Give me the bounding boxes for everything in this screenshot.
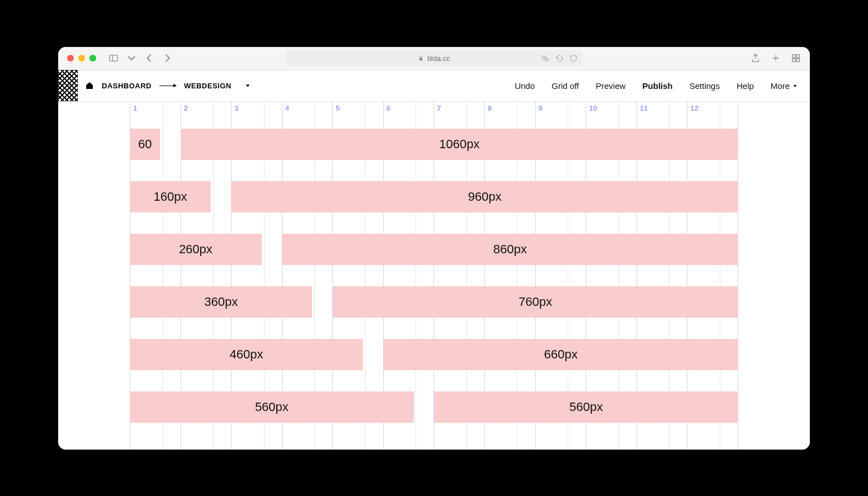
grid-row-gap (363, 339, 383, 370)
grid-container: 123456789101112 601060px160px960px260px8… (130, 102, 738, 450)
svg-rect-6 (792, 55, 795, 58)
grid-row-gap (312, 286, 332, 318)
window-controls (67, 55, 96, 62)
grid-row: 560px560px (130, 391, 738, 423)
grid-block-right[interactable]: 660px (383, 339, 738, 370)
breadcrumb-dropdown-icon[interactable] (245, 82, 251, 90)
svg-rect-7 (796, 55, 799, 58)
fullscreen-window-button[interactable] (89, 55, 96, 62)
grid-block-right[interactable]: 1060px (181, 129, 738, 160)
translate-icon[interactable] (541, 54, 550, 63)
tab-overview-icon[interactable] (791, 53, 801, 63)
grid-row: 360px760px (130, 286, 738, 318)
grid-block-right[interactable]: 960px (231, 181, 738, 212)
more-label: More (771, 81, 790, 91)
url-right-icons (541, 54, 578, 63)
url-text: tilda.cc (427, 54, 450, 63)
grid-row: 160px960px (130, 181, 738, 212)
minimize-window-button[interactable] (78, 55, 85, 62)
app-header: DASHBOARD WEBDESIGN Undo Grid off Previe… (58, 70, 810, 102)
preview-button[interactable]: Preview (596, 81, 625, 91)
grid-block-left[interactable]: 260px (130, 234, 262, 265)
grid-block-left[interactable]: 360px (130, 286, 312, 318)
svg-marker-10 (246, 84, 249, 87)
new-tab-icon[interactable] (771, 53, 781, 63)
grid-row: 460px660px (130, 339, 738, 370)
chevron-down-icon (792, 83, 798, 88)
sidebar-toggle-icon[interactable] (108, 53, 119, 63)
svg-rect-2 (542, 56, 545, 59)
home-icon[interactable] (85, 81, 94, 90)
undo-button[interactable]: Undo (515, 81, 535, 91)
grid-row-gap (262, 234, 282, 265)
settings-button[interactable]: Settings (690, 81, 720, 91)
breadcrumb-root[interactable]: DASHBOARD (102, 82, 152, 90)
svg-marker-11 (794, 85, 797, 87)
url-bar[interactable]: tilda.cc (286, 50, 582, 66)
editor-canvas[interactable]: 123456789101112 601060px160px960px260px8… (58, 102, 810, 450)
svg-rect-9 (796, 59, 799, 62)
grid-rows: 601060px160px960px260px860px360px760px46… (130, 102, 738, 450)
lock-icon (418, 55, 424, 62)
breadcrumb-page[interactable]: WEBDESIGN (184, 82, 232, 90)
share-icon[interactable] (751, 53, 761, 63)
tab-dropdown-icon[interactable] (126, 53, 136, 63)
grid-block-right[interactable]: 860px (282, 234, 738, 265)
breadcrumb: DASHBOARD WEBDESIGN (85, 81, 251, 90)
close-window-button[interactable] (67, 55, 74, 62)
grid-row: 260px860px (130, 234, 738, 265)
app-actions: Undo Grid off Preview Publish Settings H… (515, 81, 810, 91)
grid-block-right[interactable]: 760px (333, 286, 738, 318)
app-logo[interactable] (58, 70, 78, 101)
grid-block-left[interactable]: 60 (130, 129, 160, 160)
more-menu[interactable]: More (771, 81, 798, 91)
grid-row-gap (414, 391, 434, 423)
grid-toggle[interactable]: Grid off (551, 81, 579, 91)
svg-rect-8 (792, 59, 795, 62)
grid-row-gap (160, 129, 180, 160)
help-button[interactable]: Help (737, 81, 754, 91)
browser-titlebar: tilda.cc (58, 47, 810, 70)
breadcrumb-arrow-icon (159, 86, 176, 86)
nav-forward-icon[interactable] (162, 53, 172, 63)
browser-window: tilda.cc DASHBOARD WEBDESIGN (58, 47, 810, 450)
shield-icon[interactable] (569, 54, 578, 63)
grid-block-right[interactable]: 560px (434, 391, 738, 423)
nav-back-icon[interactable] (144, 53, 154, 63)
publish-button[interactable]: Publish (643, 81, 673, 91)
grid-row-gap (211, 181, 231, 212)
reload-icon[interactable] (555, 54, 564, 63)
svg-rect-0 (110, 55, 117, 62)
svg-rect-3 (545, 58, 548, 60)
grid-block-left[interactable]: 460px (130, 339, 363, 370)
grid-block-left[interactable]: 160px (130, 181, 211, 212)
grid-block-left[interactable]: 560px (130, 391, 414, 423)
grid-row: 601060px (130, 129, 738, 160)
